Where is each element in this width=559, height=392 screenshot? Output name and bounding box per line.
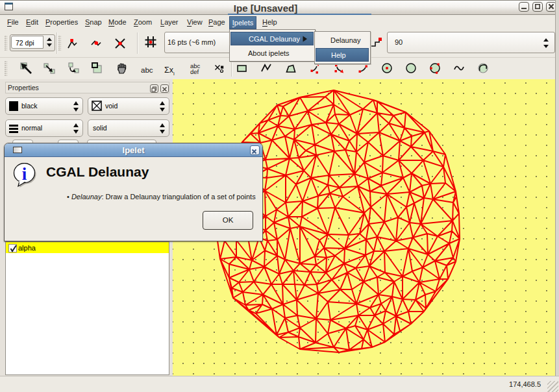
svg-text:i: i	[22, 164, 27, 184]
